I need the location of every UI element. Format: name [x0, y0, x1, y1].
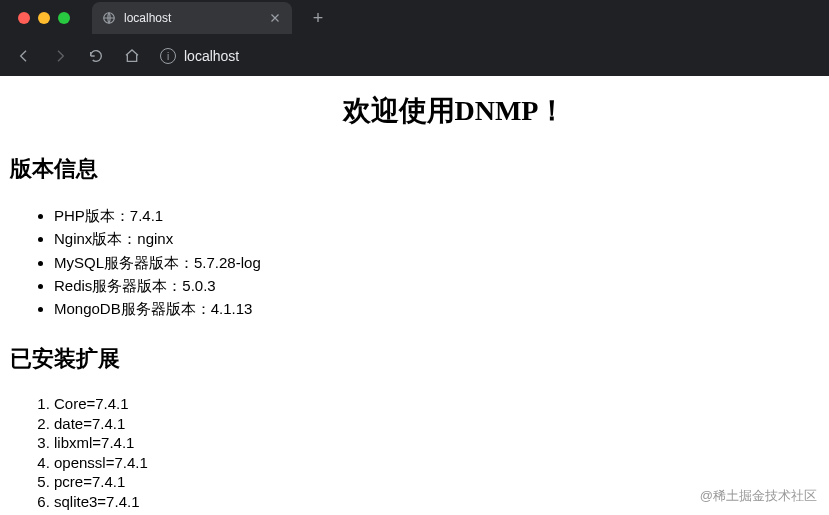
- window-close-button[interactable]: [18, 12, 30, 24]
- list-item: zlib=7.4.1: [54, 511, 819, 515]
- tab-title: localhost: [124, 11, 260, 25]
- window-minimize-button[interactable]: [38, 12, 50, 24]
- new-tab-button[interactable]: +: [304, 4, 332, 32]
- list-item: PHP版本：7.4.1: [54, 204, 819, 227]
- site-info-icon[interactable]: i: [160, 48, 176, 64]
- page-content: 欢迎使用DNMP！ 版本信息 PHP版本：7.4.1 Nginx版本：nginx…: [0, 76, 829, 515]
- forward-button[interactable]: [46, 42, 74, 70]
- reload-button[interactable]: [82, 42, 110, 70]
- list-item: Core=7.4.1: [54, 394, 819, 414]
- list-item: Nginx版本：nginx: [54, 227, 819, 250]
- tab-bar: localhost +: [0, 0, 829, 36]
- browser-tab[interactable]: localhost: [92, 2, 292, 34]
- page-title: 欢迎使用DNMP！: [10, 92, 819, 130]
- list-item: MySQL服务器版本：5.7.28-log: [54, 251, 819, 274]
- extensions-heading: 已安装扩展: [10, 344, 819, 374]
- window-controls: [10, 12, 78, 24]
- list-item: date=7.4.1: [54, 414, 819, 434]
- address-bar[interactable]: i localhost: [154, 48, 245, 64]
- globe-icon: [102, 11, 116, 25]
- extensions-list: Core=7.4.1 date=7.4.1 libxml=7.4.1 opens…: [10, 394, 819, 515]
- list-item: Redis服务器版本：5.0.3: [54, 274, 819, 297]
- browser-chrome: localhost + i localhost: [0, 0, 829, 76]
- versions-list: PHP版本：7.4.1 Nginx版本：nginx MySQL服务器版本：5.7…: [10, 204, 819, 320]
- versions-heading: 版本信息: [10, 154, 819, 184]
- list-item: MongoDB服务器版本：4.1.13: [54, 297, 819, 320]
- window-maximize-button[interactable]: [58, 12, 70, 24]
- watermark: @稀土掘金技术社区: [700, 487, 817, 505]
- list-item: libxml=7.4.1: [54, 433, 819, 453]
- toolbar: i localhost: [0, 36, 829, 76]
- url-text: localhost: [184, 48, 239, 64]
- close-icon[interactable]: [268, 11, 282, 25]
- back-button[interactable]: [10, 42, 38, 70]
- list-item: openssl=7.4.1: [54, 453, 819, 473]
- home-button[interactable]: [118, 42, 146, 70]
